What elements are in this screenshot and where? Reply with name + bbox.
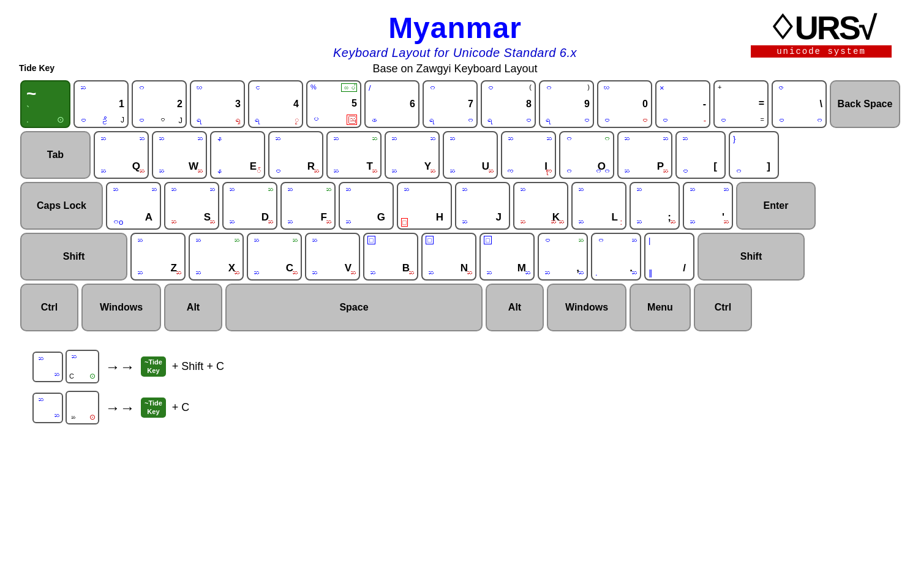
key-3[interactable]: ဃ 3 ရ ၡ [190, 80, 245, 128]
key-tilde[interactable]: ~ ` . ⊙ [20, 80, 70, 128]
key-ctrl-left[interactable]: Ctrl [20, 284, 78, 331]
ctrl-right-label: Ctrl [715, 302, 732, 313]
bottom-row: Ctrl Windows Alt Space Alt Windows Menu … [20, 284, 896, 331]
key-slash[interactable]: | / ‖ [644, 233, 694, 281]
key-r[interactable]: ဆ R ဝဆ [268, 131, 323, 179]
key-d[interactable]: ဆဆ D ဆဆ [222, 182, 277, 230]
shift-left-label: Shift [63, 251, 85, 262]
key-u[interactable]: ဆ U ဆဆ [443, 131, 498, 179]
key-2[interactable]: ဂ 2 ဝ ဝ J [132, 80, 187, 128]
key-l[interactable]: ဆ L ဆ: [571, 182, 626, 230]
key-tab[interactable]: Tab [20, 131, 91, 179]
key-5[interactable]: % ထပ် 5 ပ ဩ [306, 80, 361, 128]
legend-key-4: ဆ ⊙ [66, 391, 99, 424]
key-shift-right[interactable]: Shift [698, 233, 805, 281]
legend-tide-key-2: ~TideKey [141, 398, 166, 417]
key-quote[interactable]: ဆဆ ' ဆဆ [683, 182, 733, 230]
key-t[interactable]: ဆဆ T ဆဆ [326, 131, 382, 179]
key-f[interactable]: ဆဆ F ဆဆ [280, 182, 336, 230]
key-ctrl-right[interactable]: Ctrl [694, 284, 752, 331]
base-text: Base on Zawgyi Keyboard Layout [0, 62, 910, 75]
key-lbracket[interactable]: ဆ [ ဝ [675, 131, 726, 179]
key-alt-left[interactable]: Alt [164, 284, 222, 331]
key-menu[interactable]: Menu [630, 284, 691, 331]
key-rbracket[interactable]: } ] ဂ [729, 131, 779, 179]
backspace-label: Back Space [838, 99, 893, 110]
keyboard-wrapper: Tide Key ↓ ~ ` . ⊙ ဆ 1 [14, 80, 896, 424]
key-y[interactable]: ဆဆ Y ဆဆ [385, 131, 440, 179]
logo: ♢URS√ unicode system [751, 11, 892, 58]
enter-label: Enter [764, 200, 789, 211]
key-space[interactable]: Space [225, 284, 483, 331]
menu-label: Menu [647, 302, 673, 313]
asdf-row: Caps Lock ဆဆ A ဂo ဆဆ S ဆဆ ဆဆ D ဆဆ [20, 182, 896, 230]
legend-row-1: ဆ ဆ ဆ C ⊙ [32, 350, 896, 383]
key-6[interactable]: / 6 ဖ [364, 80, 419, 128]
key-capslock[interactable]: Caps Lock [20, 182, 103, 230]
key-g[interactable]: ဆ G ဆ [339, 182, 394, 230]
key-q[interactable]: ဆဆ Q ဆဆ [94, 131, 149, 179]
key-1[interactable]: ဆ 1 ဝ ဦ J [73, 80, 129, 128]
capslock-label: Caps Lock [37, 200, 86, 211]
number-row: ~ ` . ⊙ ဆ 1 ဝ ဦ J [20, 80, 896, 128]
alt-right-label: Alt [508, 302, 521, 313]
key-comma[interactable]: ဝဆ , ဆဆ [538, 233, 588, 281]
key-i[interactable]: ဆဆ I ကကု [501, 131, 556, 179]
key-0[interactable]: ဃ 0 ဝ ဝ [597, 80, 652, 128]
logo-tagline: unicode system [751, 45, 892, 58]
key-p[interactable]: ဆဆ P ဆဆ [617, 131, 672, 179]
key-m[interactable]: □ M ဆဆ [479, 233, 535, 281]
keyboard: ~ ` . ⊙ ဆ 1 ဝ ဦ J [20, 80, 896, 331]
key-k[interactable]: ဆ K ဆဆဆ [513, 182, 568, 230]
key-c[interactable]: ဆဆ C ဆဆ [247, 233, 302, 281]
legend-tide-key-1: ~TideKey [141, 356, 166, 376]
key-n[interactable]: □ N ဆဆ [421, 233, 476, 281]
legend-area: ဆ ဆ ဆ C ⊙ [32, 350, 896, 424]
logo-text: ♢URS√ [751, 11, 892, 44]
ctrl-left-label: Ctrl [41, 302, 58, 313]
key-o[interactable]: ဂဂ O ဂဂဂ [559, 131, 614, 179]
legend-key-2: ဆ C ⊙ [66, 350, 99, 383]
key-equals[interactable]: + = ဝ = [713, 80, 769, 128]
shift-right-label: Shift [740, 251, 762, 262]
key-shift-left[interactable]: Shift [20, 233, 127, 281]
key-alt-right[interactable]: Alt [486, 284, 544, 331]
key-windows-right[interactable]: Windows [547, 284, 626, 331]
legend-arrow-2: →→ [105, 399, 135, 417]
key-e[interactable]: န E န် [210, 131, 265, 179]
tab-label: Tab [47, 149, 64, 160]
legend-text-2: + C [172, 401, 190, 414]
key-w[interactable]: ဆဆ W ဆဆ [152, 131, 207, 179]
key-period[interactable]: ဂဆ . .ဆ [591, 233, 641, 281]
key-a[interactable]: ဆဆ A ဂo [106, 182, 161, 230]
key-z[interactable]: ဆ Z ဆဆ [130, 233, 186, 281]
legend-row-2: ဆ ဆ ဆ ⊙ [32, 391, 896, 424]
key-enter[interactable]: Enter [736, 182, 816, 230]
windows-right-label: Windows [565, 302, 608, 313]
key-7[interactable]: ဂ 7 ရ ဂ [423, 80, 478, 128]
space-label: Space [339, 302, 368, 313]
key-windows-left[interactable]: Windows [81, 284, 161, 331]
key-minus[interactable]: × - ဝ - [655, 80, 710, 128]
key-8[interactable]: ဝ ( 8 ရ ဝ [481, 80, 536, 128]
tide-key-label: Tide Key [19, 63, 55, 73]
legend-arrow-1: →→ [105, 358, 135, 375]
key-v[interactable]: ဆ V ဆဆ [305, 233, 360, 281]
zxcv-row: Shift ဆ Z ဆဆ ဆဆ X ဆဆ ဆဆ C ဆဆ ဆ [20, 233, 896, 281]
legend-text-1: + Shift + C [172, 360, 224, 373]
key-9[interactable]: ဂ ) 9 ရ ဝ [539, 80, 594, 128]
legend-key-1: ဆ ဆ [32, 352, 63, 382]
key-x[interactable]: ဆဆ X ဆဆ [189, 233, 244, 281]
key-b[interactable]: □ B ဆဆ [363, 233, 418, 281]
alt-left-label: Alt [187, 302, 200, 313]
key-4[interactable]: င 4 ရ ၠ [248, 80, 303, 128]
key-backspace[interactable]: Back Space [830, 80, 900, 128]
windows-left-label: Windows [100, 302, 143, 313]
key-backslash[interactable]: ဇ \ ဝ ဂ [772, 80, 827, 128]
key-h[interactable]: ဆ H □ [397, 182, 452, 230]
key-s[interactable]: ဆဆ S ဆဆ [164, 182, 219, 230]
legend-key-3: ဆ ဆ [32, 393, 63, 423]
qwerty-row: Tab ဆဆ Q ဆဆ ဆဆ W ဆဆ န E န် ဆ [20, 131, 896, 179]
key-j[interactable]: ဆ J ဆ [455, 182, 510, 230]
key-semicolon[interactable]: ဆ ; ဆဆ [630, 182, 680, 230]
